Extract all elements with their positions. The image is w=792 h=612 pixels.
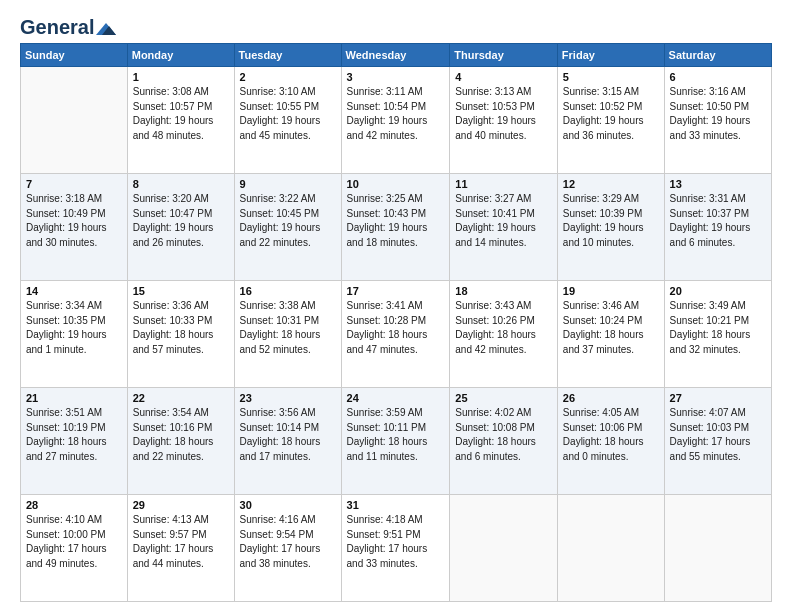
day-number: 12 xyxy=(563,178,659,190)
day-info: Sunrise: 3:27 AM Sunset: 10:41 PM Daylig… xyxy=(455,192,552,250)
day-number: 26 xyxy=(563,392,659,404)
day-number: 21 xyxy=(26,392,122,404)
day-header-friday: Friday xyxy=(557,44,664,67)
day-cell xyxy=(21,67,128,174)
day-number: 29 xyxy=(133,499,229,511)
week-row-4: 21Sunrise: 3:51 AM Sunset: 10:19 PM Dayl… xyxy=(21,388,772,495)
day-info: Sunrise: 4:18 AM Sunset: 9:51 PM Dayligh… xyxy=(347,513,445,571)
day-cell: 1Sunrise: 3:08 AM Sunset: 10:57 PM Dayli… xyxy=(127,67,234,174)
day-info: Sunrise: 3:34 AM Sunset: 10:35 PM Daylig… xyxy=(26,299,122,357)
day-cell: 8Sunrise: 3:20 AM Sunset: 10:47 PM Dayli… xyxy=(127,174,234,281)
day-cell xyxy=(557,495,664,602)
day-cell: 12Sunrise: 3:29 AM Sunset: 10:39 PM Dayl… xyxy=(557,174,664,281)
day-header-sunday: Sunday xyxy=(21,44,128,67)
day-cell: 9Sunrise: 3:22 AM Sunset: 10:45 PM Dayli… xyxy=(234,174,341,281)
day-number: 7 xyxy=(26,178,122,190)
day-number: 14 xyxy=(26,285,122,297)
day-number: 23 xyxy=(240,392,336,404)
day-cell: 23Sunrise: 3:56 AM Sunset: 10:14 PM Dayl… xyxy=(234,388,341,495)
day-cell: 28Sunrise: 4:10 AM Sunset: 10:00 PM Dayl… xyxy=(21,495,128,602)
day-number: 20 xyxy=(670,285,766,297)
day-cell: 5Sunrise: 3:15 AM Sunset: 10:52 PM Dayli… xyxy=(557,67,664,174)
day-info: Sunrise: 3:29 AM Sunset: 10:39 PM Daylig… xyxy=(563,192,659,250)
day-cell: 10Sunrise: 3:25 AM Sunset: 10:43 PM Dayl… xyxy=(341,174,450,281)
day-info: Sunrise: 3:08 AM Sunset: 10:57 PM Daylig… xyxy=(133,85,229,143)
calendar-header-row: SundayMondayTuesdayWednesdayThursdayFrid… xyxy=(21,44,772,67)
day-number: 4 xyxy=(455,71,552,83)
day-number: 13 xyxy=(670,178,766,190)
day-info: Sunrise: 3:38 AM Sunset: 10:31 PM Daylig… xyxy=(240,299,336,357)
day-info: Sunrise: 3:49 AM Sunset: 10:21 PM Daylig… xyxy=(670,299,766,357)
day-number: 31 xyxy=(347,499,445,511)
day-cell: 11Sunrise: 3:27 AM Sunset: 10:41 PM Dayl… xyxy=(450,174,558,281)
day-number: 18 xyxy=(455,285,552,297)
day-cell: 29Sunrise: 4:13 AM Sunset: 9:57 PM Dayli… xyxy=(127,495,234,602)
day-info: Sunrise: 3:56 AM Sunset: 10:14 PM Daylig… xyxy=(240,406,336,464)
calendar-table: SundayMondayTuesdayWednesdayThursdayFrid… xyxy=(20,43,772,602)
day-cell: 13Sunrise: 3:31 AM Sunset: 10:37 PM Dayl… xyxy=(664,174,771,281)
day-info: Sunrise: 4:07 AM Sunset: 10:03 PM Daylig… xyxy=(670,406,766,464)
day-info: Sunrise: 3:51 AM Sunset: 10:19 PM Daylig… xyxy=(26,406,122,464)
day-number: 10 xyxy=(347,178,445,190)
day-number: 28 xyxy=(26,499,122,511)
day-cell xyxy=(450,495,558,602)
day-info: Sunrise: 4:05 AM Sunset: 10:06 PM Daylig… xyxy=(563,406,659,464)
day-number: 15 xyxy=(133,285,229,297)
day-number: 11 xyxy=(455,178,552,190)
day-cell: 20Sunrise: 3:49 AM Sunset: 10:21 PM Dayl… xyxy=(664,281,771,388)
logo: General xyxy=(20,16,116,35)
day-cell: 27Sunrise: 4:07 AM Sunset: 10:03 PM Dayl… xyxy=(664,388,771,495)
logo-general-text: General xyxy=(20,16,94,39)
day-info: Sunrise: 3:18 AM Sunset: 10:49 PM Daylig… xyxy=(26,192,122,250)
day-number: 8 xyxy=(133,178,229,190)
day-info: Sunrise: 4:13 AM Sunset: 9:57 PM Dayligh… xyxy=(133,513,229,571)
header: General xyxy=(20,16,772,35)
day-number: 30 xyxy=(240,499,336,511)
day-cell: 19Sunrise: 3:46 AM Sunset: 10:24 PM Dayl… xyxy=(557,281,664,388)
day-info: Sunrise: 4:16 AM Sunset: 9:54 PM Dayligh… xyxy=(240,513,336,571)
day-cell: 30Sunrise: 4:16 AM Sunset: 9:54 PM Dayli… xyxy=(234,495,341,602)
day-info: Sunrise: 3:54 AM Sunset: 10:16 PM Daylig… xyxy=(133,406,229,464)
day-number: 17 xyxy=(347,285,445,297)
day-cell: 14Sunrise: 3:34 AM Sunset: 10:35 PM Dayl… xyxy=(21,281,128,388)
day-info: Sunrise: 3:36 AM Sunset: 10:33 PM Daylig… xyxy=(133,299,229,357)
day-cell: 6Sunrise: 3:16 AM Sunset: 10:50 PM Dayli… xyxy=(664,67,771,174)
day-number: 25 xyxy=(455,392,552,404)
day-cell: 17Sunrise: 3:41 AM Sunset: 10:28 PM Dayl… xyxy=(341,281,450,388)
day-number: 2 xyxy=(240,71,336,83)
day-info: Sunrise: 3:10 AM Sunset: 10:55 PM Daylig… xyxy=(240,85,336,143)
day-cell: 16Sunrise: 3:38 AM Sunset: 10:31 PM Dayl… xyxy=(234,281,341,388)
page: General SundayMondayTuesdayWednesdayThur… xyxy=(0,0,792,612)
day-number: 9 xyxy=(240,178,336,190)
day-cell: 15Sunrise: 3:36 AM Sunset: 10:33 PM Dayl… xyxy=(127,281,234,388)
day-header-wednesday: Wednesday xyxy=(341,44,450,67)
day-cell xyxy=(664,495,771,602)
day-header-saturday: Saturday xyxy=(664,44,771,67)
day-cell: 4Sunrise: 3:13 AM Sunset: 10:53 PM Dayli… xyxy=(450,67,558,174)
day-info: Sunrise: 3:46 AM Sunset: 10:24 PM Daylig… xyxy=(563,299,659,357)
logo-icon xyxy=(96,21,116,37)
day-cell: 2Sunrise: 3:10 AM Sunset: 10:55 PM Dayli… xyxy=(234,67,341,174)
day-header-monday: Monday xyxy=(127,44,234,67)
day-header-tuesday: Tuesday xyxy=(234,44,341,67)
day-info: Sunrise: 3:25 AM Sunset: 10:43 PM Daylig… xyxy=(347,192,445,250)
day-info: Sunrise: 3:43 AM Sunset: 10:26 PM Daylig… xyxy=(455,299,552,357)
day-info: Sunrise: 3:13 AM Sunset: 10:53 PM Daylig… xyxy=(455,85,552,143)
day-cell: 31Sunrise: 4:18 AM Sunset: 9:51 PM Dayli… xyxy=(341,495,450,602)
week-row-2: 7Sunrise: 3:18 AM Sunset: 10:49 PM Dayli… xyxy=(21,174,772,281)
day-cell: 25Sunrise: 4:02 AM Sunset: 10:08 PM Dayl… xyxy=(450,388,558,495)
day-number: 16 xyxy=(240,285,336,297)
day-header-thursday: Thursday xyxy=(450,44,558,67)
day-info: Sunrise: 3:11 AM Sunset: 10:54 PM Daylig… xyxy=(347,85,445,143)
day-number: 1 xyxy=(133,71,229,83)
week-row-3: 14Sunrise: 3:34 AM Sunset: 10:35 PM Dayl… xyxy=(21,281,772,388)
day-number: 3 xyxy=(347,71,445,83)
day-number: 5 xyxy=(563,71,659,83)
day-cell: 26Sunrise: 4:05 AM Sunset: 10:06 PM Dayl… xyxy=(557,388,664,495)
day-number: 19 xyxy=(563,285,659,297)
day-number: 6 xyxy=(670,71,766,83)
day-cell: 21Sunrise: 3:51 AM Sunset: 10:19 PM Dayl… xyxy=(21,388,128,495)
day-info: Sunrise: 3:15 AM Sunset: 10:52 PM Daylig… xyxy=(563,85,659,143)
day-info: Sunrise: 3:41 AM Sunset: 10:28 PM Daylig… xyxy=(347,299,445,357)
day-info: Sunrise: 3:31 AM Sunset: 10:37 PM Daylig… xyxy=(670,192,766,250)
